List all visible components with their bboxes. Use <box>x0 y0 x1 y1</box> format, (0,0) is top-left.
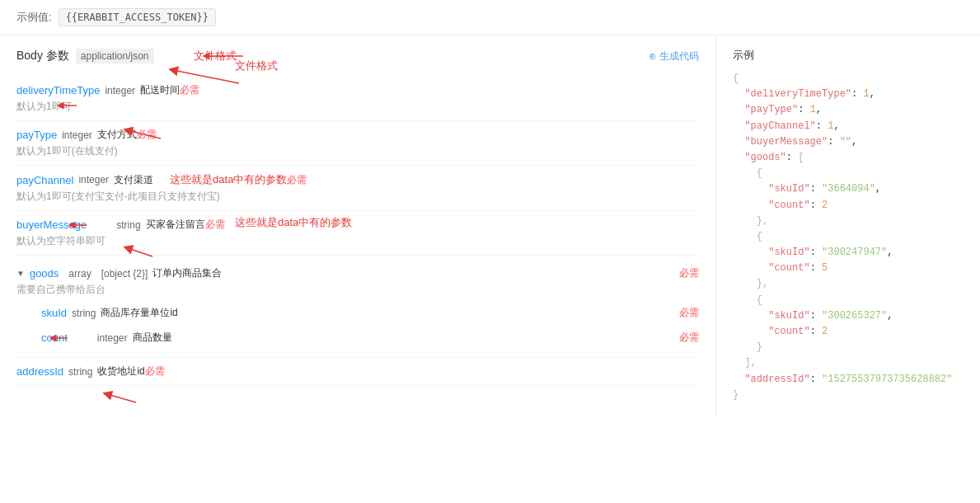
example-label: 示例值: <box>16 10 52 25</box>
param-required-paychannel: 必需 <box>287 173 307 187</box>
param-desc-paychannel: 支付渠道 <box>114 173 153 187</box>
param-required-addressid: 必需 <box>145 364 165 378</box>
param-name-paytype: payType <box>16 129 57 141</box>
param-buyermessage: buyerMessage string 买家备注留言 必需 默认为空字符串即可 <box>16 211 699 256</box>
param-required-goods: 必需 <box>679 266 699 280</box>
json-example-label: 示例 <box>733 48 964 63</box>
param-skuid: skuId string 商品库存量单位id 必需 <box>41 301 699 326</box>
arrow-count <box>68 331 92 345</box>
param-default-deliverytimetype: 默认为1即可 <box>16 100 72 114</box>
param-type-deliverytimetype: integer <box>105 85 135 96</box>
param-desc-goods: 订单内商品集合 <box>152 266 222 280</box>
param-paychannel: payChannel integer 支付渠道 这些就是data中有的参数 必需… <box>16 166 699 211</box>
example-value: {{ERABBIT_ACCESS_TOKEN}} <box>59 8 216 26</box>
param-desc-count: 商品数量 <box>133 331 172 345</box>
top-bar: 示例值: {{ERABBIT_ACCESS_TOKEN}} <box>0 0 980 35</box>
param-type-goods-object: [object {2}] <box>101 268 148 280</box>
param-type-count: integer <box>97 332 128 344</box>
param-name-goods: goods <box>30 267 59 280</box>
param-paytype: payType integer 支付方式 必需 默认为1即可(在线支付) <box>16 121 699 166</box>
param-desc-buyermessage: 买家备注留言 <box>146 218 205 232</box>
param-default-paytype: 默认为1即可(在线支付) <box>16 144 699 158</box>
data-params-annotation: 这些就是data中有的参数 <box>170 172 287 187</box>
arrow-file-format <box>243 48 284 64</box>
svg-line-3 <box>107 394 136 402</box>
goods-nested-params: skuId string 商品库存量单位id 必需 count <box>41 301 699 350</box>
param-type-buyermessage: string <box>116 219 140 231</box>
gen-code-button[interactable]: ⊕ 生成代码 <box>649 49 699 63</box>
param-default-buyermessage: 默认为空字符串即可 <box>16 234 699 248</box>
param-desc-skuid: 商品库存量单位id <box>101 306 177 320</box>
arrow-deliverytimetype <box>77 98 126 113</box>
param-required-paytype: 必需 <box>137 128 157 142</box>
arrow-buyermessage <box>87 219 111 232</box>
param-type-goods-array: array <box>68 268 91 280</box>
param-deliverytimetype: deliveryTimeType integer 配送时间 必需 默认为1即可 <box>16 77 699 121</box>
main-content: 文件格式 这些就是data中有的参数 Body 参数 application/j… <box>0 35 980 416</box>
param-type-paytype: integer <box>62 129 92 141</box>
param-type-paychannel: integer <box>78 174 109 186</box>
json-block: { "deliveryTimeType": 1, "payType": 1, "… <box>733 71 964 403</box>
panel-header: Body 参数 application/json 文件格式 ⊕ 生成代码 <box>16 48 699 64</box>
param-name-paychannel: payChannel <box>16 174 73 186</box>
param-default-paychannel: 默认为1即可(支付宝支付-此项目只支持支付宝) <box>16 190 699 204</box>
param-type-skuid: string <box>72 308 96 319</box>
param-required-deliverytimetype: 必需 <box>180 83 199 97</box>
param-name-addressid: addressId <box>16 365 63 378</box>
param-goods: ▼ goods array [object {2}] 订单内商品集合 必需 需要… <box>16 260 699 358</box>
param-desc-paytype: 支付方式 <box>97 128 137 142</box>
panel-title: Body 参数 application/json 文件格式 <box>16 48 284 64</box>
param-count: count integer 商品数量 必需 <box>41 326 699 350</box>
param-required-buyermessage: 必需 <box>205 218 225 232</box>
param-addressid: addressId string 收货地址id 必需 <box>16 358 699 386</box>
toggle-goods[interactable]: ▼ <box>16 269 25 278</box>
param-required-skuid: 必需 <box>679 306 699 320</box>
left-panel: 文件格式 这些就是data中有的参数 Body 参数 application/j… <box>0 35 716 416</box>
body-params-label: Body 参数 <box>16 49 69 63</box>
param-name-skuid: skuId <box>41 307 67 319</box>
content-type-badge: application/json <box>76 49 154 63</box>
param-desc-addressid: 收货地址id <box>97 364 144 378</box>
right-panel: 示例 { "deliveryTimeType": 1, "payType": 1… <box>716 35 980 416</box>
param-note-goods: 需要自己携带给后台 <box>16 283 699 297</box>
param-desc-deliverytimetype: 配送时间 <box>140 83 180 97</box>
param-type-addressid: string <box>68 366 92 378</box>
param-name-deliverytimetype: deliveryTimeType <box>16 84 100 96</box>
param-required-count: 必需 <box>679 331 699 345</box>
